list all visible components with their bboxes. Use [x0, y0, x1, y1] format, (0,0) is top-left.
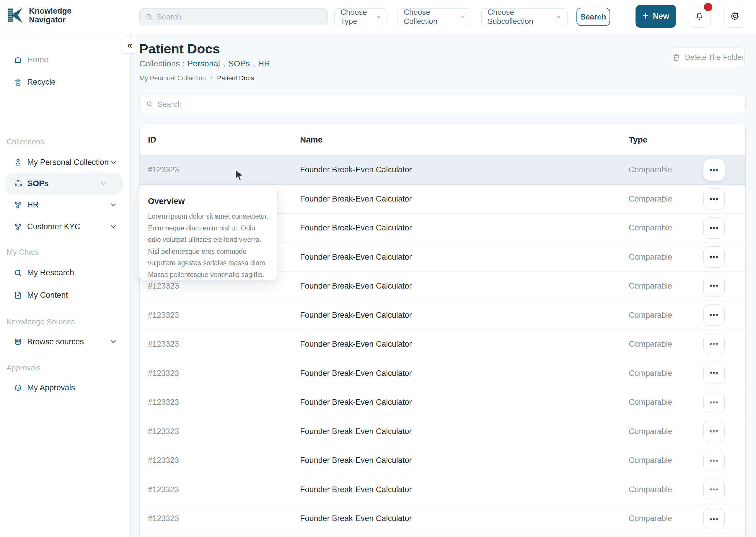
row-type: Comparable [629, 514, 703, 523]
delete-folder-button[interactable]: Delete The Folder [671, 47, 745, 67]
choose-subcollection-dropdown[interactable]: Choose Subcollection [481, 8, 568, 25]
app-title-line2: Navigator [29, 15, 71, 24]
overview-tooltip: Overview Lorem ipsum dolor sit amet cons… [139, 186, 278, 280]
sidebar-item-my-content[interactable]: My Content [0, 286, 131, 304]
table-row[interactable]: #123323 Founder Break-Even Calculator Co… [140, 475, 745, 505]
row-actions-button[interactable] [703, 421, 725, 442]
collection-link-sops[interactable]: SOPs [228, 59, 250, 68]
row-actions-button[interactable] [703, 479, 725, 500]
chevron-down-icon[interactable] [109, 338, 117, 346]
ellipsis-icon [709, 456, 719, 466]
app-window: Knowledge Navigator Search Choose Type C… [0, 0, 756, 537]
sidebar-item-my-research[interactable]: My Research [0, 264, 131, 281]
row-actions-button[interactable] [703, 363, 725, 384]
sidebar-item-sops[interactable]: SOPs [6, 173, 122, 194]
sidebar-item-label: My Research [27, 268, 74, 277]
new-button[interactable]: + New [636, 5, 676, 28]
row-actions-button[interactable] [703, 159, 725, 181]
sidebar-item-label: My Content [27, 291, 68, 300]
search-button[interactable]: Search [576, 8, 610, 26]
settings-button[interactable] [724, 5, 746, 28]
chevron-right-icon [209, 75, 214, 81]
chevron-down-icon[interactable] [109, 158, 117, 166]
table-row[interactable]: #123323 Founder Break-Even Calculator Co… [140, 417, 745, 446]
sidebar-item-my-approvals[interactable]: My Approvals [0, 379, 131, 396]
row-id: #123323 [140, 340, 300, 349]
chevron-down-icon [375, 14, 381, 20]
home-icon [14, 55, 22, 64]
research-icon [14, 268, 22, 277]
sidebar-item-browse-sources[interactable]: Browse sources [0, 333, 131, 350]
row-id: #123323 [140, 369, 300, 378]
folder-search-input[interactable]: Search [139, 95, 746, 113]
row-actions-button[interactable] [703, 392, 725, 413]
ellipsis-icon [709, 194, 719, 204]
table-row[interactable]: #123323 Founder Break-Even Calculator Co… [140, 301, 745, 330]
choose-type-dropdown[interactable]: Choose Type [334, 8, 387, 25]
column-header-type: Type [629, 135, 703, 145]
table-row[interactable]: #123323 Founder Break-Even Calculator Co… [140, 533, 745, 537]
table-row[interactable]: #123323 Founder Break-Even Calculator Co… [140, 504, 745, 533]
row-actions-button[interactable] [703, 218, 725, 239]
clock-icon [14, 383, 22, 392]
table-row[interactable]: #123323 Founder Break-Even Calculator Co… [140, 330, 745, 359]
row-actions-button[interactable] [703, 188, 725, 210]
breadcrumb-parent[interactable]: My Personal Collection [139, 74, 206, 82]
row-name: Founder Break-Even Calculator [300, 311, 629, 320]
row-type: Comparable [629, 281, 703, 291]
row-actions-button[interactable] [703, 508, 725, 529]
chevron-down-icon[interactable] [109, 223, 117, 231]
row-actions-button[interactable] [703, 275, 725, 297]
table-row[interactable]: #123323 Founder Break-Even Calculator Co… [140, 388, 745, 417]
separator: , [253, 59, 255, 68]
sops-dots-icon [14, 179, 23, 188]
sidebar-item-hr[interactable]: HR [0, 196, 131, 213]
chevron-down-icon [459, 14, 465, 20]
row-type: Comparable [629, 427, 703, 436]
sidebar-item-label: Home [27, 55, 48, 64]
chevron-down-icon[interactable] [109, 201, 117, 209]
table-row[interactable]: #123323 Founder Break-Even Calculator Co… [140, 359, 745, 388]
row-actions-button[interactable] [703, 450, 725, 471]
row-id: #123323 [140, 281, 300, 291]
tooltip-title: Overview [148, 196, 268, 206]
global-search-input[interactable]: Search [139, 8, 328, 25]
row-actions-button[interactable] [703, 305, 725, 326]
sidebar-item-recycle[interactable]: Recycle [0, 73, 131, 91]
row-name: Founder Break-Even Calculator [300, 340, 629, 349]
bell-icon [694, 11, 704, 21]
sidebar-collapse-button[interactable]: « [121, 37, 138, 54]
row-name: Founder Break-Even Calculator [300, 281, 629, 291]
sidebar-item-home[interactable]: Home [0, 51, 131, 68]
sidebar-item-label: Recycle [27, 78, 56, 87]
row-id: #123323 [140, 485, 300, 494]
choose-type-label: Choose Type [340, 8, 375, 26]
choose-collection-dropdown[interactable]: Choose Collection [397, 8, 471, 25]
collection-link-personal[interactable]: Personal [188, 59, 220, 68]
trash-icon [14, 78, 22, 86]
row-actions-button[interactable] [703, 246, 725, 268]
table-row[interactable]: #123323 Founder Break-Even Calculator Co… [140, 446, 745, 475]
search-icon [145, 13, 153, 21]
chevron-down-icon[interactable] [100, 180, 108, 188]
search-icon [146, 100, 154, 108]
row-type: Comparable [629, 165, 703, 174]
notification-badge [704, 3, 712, 11]
search-button-label: Search [581, 12, 606, 21]
document-icon [14, 291, 22, 300]
row-id: #123323 [140, 514, 300, 523]
sidebar-item-label: My Personal Collection [27, 158, 109, 167]
sidebar-item-customer-kyc[interactable]: Customer KYC [0, 218, 131, 235]
database-icon [14, 337, 22, 346]
row-id: #123323 [140, 165, 300, 174]
ellipsis-icon [709, 339, 719, 349]
sidebar-item-label: HR [27, 200, 39, 210]
column-header-name: Name [300, 135, 629, 145]
ellipsis-icon [709, 484, 719, 495]
table-row[interactable]: #123323 Founder Break-Even Calculator Co… [140, 155, 745, 185]
row-type: Comparable [629, 253, 703, 262]
sidebar-item-my-personal-collection[interactable]: My Personal Collection [0, 154, 131, 171]
person-icon [14, 158, 22, 167]
row-actions-button[interactable] [703, 334, 725, 355]
collection-link-hr[interactable]: HR [258, 59, 270, 68]
